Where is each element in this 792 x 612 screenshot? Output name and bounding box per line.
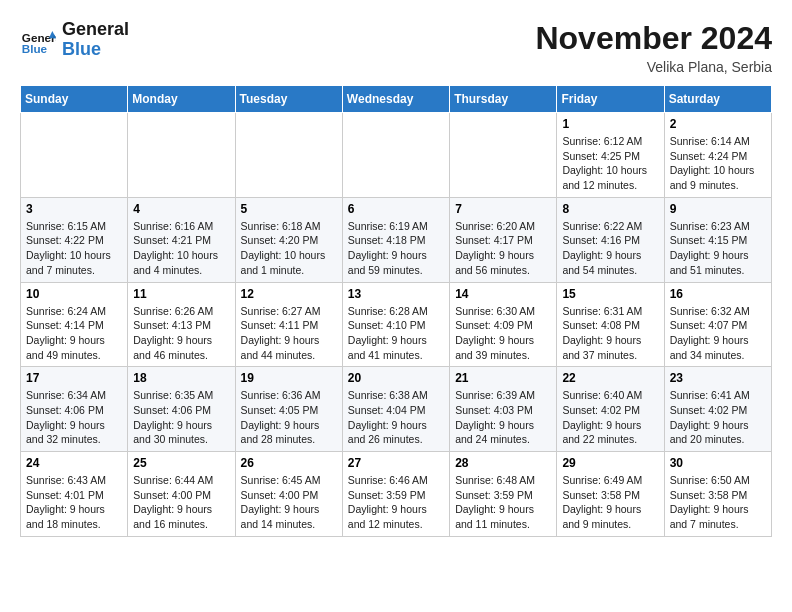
calendar-cell: 28Sunrise: 6:48 AM Sunset: 3:59 PM Dayli… [450,452,557,537]
day-info: Sunrise: 6:19 AM Sunset: 4:18 PM Dayligh… [348,219,444,278]
calendar-cell: 6Sunrise: 6:19 AM Sunset: 4:18 PM Daylig… [342,197,449,282]
page-header: General Blue General Blue November 2024 … [20,20,772,75]
logo-icon: General Blue [20,22,56,58]
day-info: Sunrise: 6:35 AM Sunset: 4:06 PM Dayligh… [133,388,229,447]
day-info: Sunrise: 6:45 AM Sunset: 4:00 PM Dayligh… [241,473,337,532]
day-number: 5 [241,202,337,216]
calendar-cell: 4Sunrise: 6:16 AM Sunset: 4:21 PM Daylig… [128,197,235,282]
day-info: Sunrise: 6:22 AM Sunset: 4:16 PM Dayligh… [562,219,658,278]
day-number: 11 [133,287,229,301]
svg-text:Blue: Blue [22,41,48,54]
calendar-cell [128,113,235,198]
day-info: Sunrise: 6:40 AM Sunset: 4:02 PM Dayligh… [562,388,658,447]
day-number: 18 [133,371,229,385]
day-number: 1 [562,117,658,131]
day-info: Sunrise: 6:44 AM Sunset: 4:00 PM Dayligh… [133,473,229,532]
calendar-cell: 2Sunrise: 6:14 AM Sunset: 4:24 PM Daylig… [664,113,771,198]
calendar-cell: 3Sunrise: 6:15 AM Sunset: 4:22 PM Daylig… [21,197,128,282]
day-info: Sunrise: 6:12 AM Sunset: 4:25 PM Dayligh… [562,134,658,193]
day-number: 28 [455,456,551,470]
day-info: Sunrise: 6:43 AM Sunset: 4:01 PM Dayligh… [26,473,122,532]
day-number: 16 [670,287,766,301]
day-info: Sunrise: 6:14 AM Sunset: 4:24 PM Dayligh… [670,134,766,193]
calendar-cell: 27Sunrise: 6:46 AM Sunset: 3:59 PM Dayli… [342,452,449,537]
day-info: Sunrise: 6:18 AM Sunset: 4:20 PM Dayligh… [241,219,337,278]
day-number: 23 [670,371,766,385]
day-number: 14 [455,287,551,301]
day-number: 3 [26,202,122,216]
day-number: 10 [26,287,122,301]
calendar-cell: 7Sunrise: 6:20 AM Sunset: 4:17 PM Daylig… [450,197,557,282]
day-number: 20 [348,371,444,385]
day-number: 26 [241,456,337,470]
calendar-week-row: 1Sunrise: 6:12 AM Sunset: 4:25 PM Daylig… [21,113,772,198]
day-info: Sunrise: 6:48 AM Sunset: 3:59 PM Dayligh… [455,473,551,532]
day-info: Sunrise: 6:36 AM Sunset: 4:05 PM Dayligh… [241,388,337,447]
weekday-header: Sunday [21,86,128,113]
calendar-cell: 21Sunrise: 6:39 AM Sunset: 4:03 PM Dayli… [450,367,557,452]
day-info: Sunrise: 6:26 AM Sunset: 4:13 PM Dayligh… [133,304,229,363]
title-block: November 2024 Velika Plana, Serbia [535,20,772,75]
calendar-cell: 29Sunrise: 6:49 AM Sunset: 3:58 PM Dayli… [557,452,664,537]
weekday-header: Thursday [450,86,557,113]
day-number: 19 [241,371,337,385]
day-number: 25 [133,456,229,470]
calendar-week-row: 24Sunrise: 6:43 AM Sunset: 4:01 PM Dayli… [21,452,772,537]
day-number: 29 [562,456,658,470]
calendar-week-row: 3Sunrise: 6:15 AM Sunset: 4:22 PM Daylig… [21,197,772,282]
calendar-cell: 12Sunrise: 6:27 AM Sunset: 4:11 PM Dayli… [235,282,342,367]
day-number: 27 [348,456,444,470]
day-info: Sunrise: 6:32 AM Sunset: 4:07 PM Dayligh… [670,304,766,363]
day-info: Sunrise: 6:31 AM Sunset: 4:08 PM Dayligh… [562,304,658,363]
calendar-table: SundayMondayTuesdayWednesdayThursdayFrid… [20,85,772,537]
calendar-week-row: 17Sunrise: 6:34 AM Sunset: 4:06 PM Dayli… [21,367,772,452]
calendar-cell: 22Sunrise: 6:40 AM Sunset: 4:02 PM Dayli… [557,367,664,452]
day-info: Sunrise: 6:34 AM Sunset: 4:06 PM Dayligh… [26,388,122,447]
day-info: Sunrise: 6:46 AM Sunset: 3:59 PM Dayligh… [348,473,444,532]
day-info: Sunrise: 6:27 AM Sunset: 4:11 PM Dayligh… [241,304,337,363]
day-info: Sunrise: 6:24 AM Sunset: 4:14 PM Dayligh… [26,304,122,363]
calendar-cell [450,113,557,198]
calendar-cell: 13Sunrise: 6:28 AM Sunset: 4:10 PM Dayli… [342,282,449,367]
calendar-cell: 16Sunrise: 6:32 AM Sunset: 4:07 PM Dayli… [664,282,771,367]
day-number: 22 [562,371,658,385]
day-number: 8 [562,202,658,216]
weekday-header: Monday [128,86,235,113]
day-number: 7 [455,202,551,216]
day-info: Sunrise: 6:41 AM Sunset: 4:02 PM Dayligh… [670,388,766,447]
calendar-cell: 17Sunrise: 6:34 AM Sunset: 4:06 PM Dayli… [21,367,128,452]
calendar-cell: 5Sunrise: 6:18 AM Sunset: 4:20 PM Daylig… [235,197,342,282]
calendar-cell: 1Sunrise: 6:12 AM Sunset: 4:25 PM Daylig… [557,113,664,198]
day-info: Sunrise: 6:23 AM Sunset: 4:15 PM Dayligh… [670,219,766,278]
weekday-header: Wednesday [342,86,449,113]
calendar-cell: 25Sunrise: 6:44 AM Sunset: 4:00 PM Dayli… [128,452,235,537]
day-info: Sunrise: 6:28 AM Sunset: 4:10 PM Dayligh… [348,304,444,363]
calendar-cell: 11Sunrise: 6:26 AM Sunset: 4:13 PM Dayli… [128,282,235,367]
calendar-cell: 19Sunrise: 6:36 AM Sunset: 4:05 PM Dayli… [235,367,342,452]
calendar-cell [21,113,128,198]
weekday-header: Saturday [664,86,771,113]
weekday-header: Friday [557,86,664,113]
day-info: Sunrise: 6:15 AM Sunset: 4:22 PM Dayligh… [26,219,122,278]
day-number: 12 [241,287,337,301]
day-number: 6 [348,202,444,216]
day-number: 15 [562,287,658,301]
weekday-header: Tuesday [235,86,342,113]
calendar-cell: 18Sunrise: 6:35 AM Sunset: 4:06 PM Dayli… [128,367,235,452]
calendar-cell [235,113,342,198]
day-number: 9 [670,202,766,216]
logo-blue: Blue [62,40,129,60]
month-title: November 2024 [535,20,772,57]
day-info: Sunrise: 6:39 AM Sunset: 4:03 PM Dayligh… [455,388,551,447]
calendar-cell: 14Sunrise: 6:30 AM Sunset: 4:09 PM Dayli… [450,282,557,367]
weekday-header-row: SundayMondayTuesdayWednesdayThursdayFrid… [21,86,772,113]
calendar-week-row: 10Sunrise: 6:24 AM Sunset: 4:14 PM Dayli… [21,282,772,367]
calendar-cell: 10Sunrise: 6:24 AM Sunset: 4:14 PM Dayli… [21,282,128,367]
day-number: 2 [670,117,766,131]
calendar-cell: 24Sunrise: 6:43 AM Sunset: 4:01 PM Dayli… [21,452,128,537]
day-number: 30 [670,456,766,470]
calendar-cell: 9Sunrise: 6:23 AM Sunset: 4:15 PM Daylig… [664,197,771,282]
calendar-cell: 26Sunrise: 6:45 AM Sunset: 4:00 PM Dayli… [235,452,342,537]
day-info: Sunrise: 6:30 AM Sunset: 4:09 PM Dayligh… [455,304,551,363]
day-info: Sunrise: 6:50 AM Sunset: 3:58 PM Dayligh… [670,473,766,532]
